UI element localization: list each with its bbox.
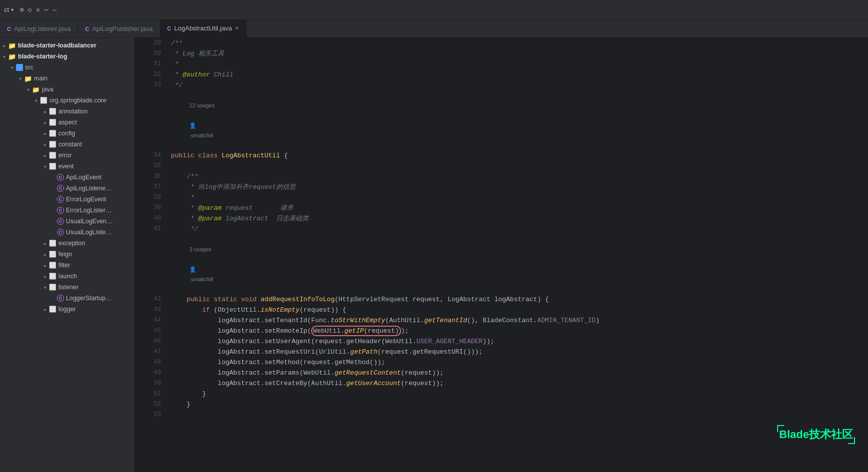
code-line-32: 32 * @author Chill: [135, 69, 868, 80]
sidebar-item-annotation[interactable]: ⬜ annotation: [0, 106, 134, 117]
watermark: Blade技术社区: [779, 427, 853, 442]
class-icon: C: [57, 174, 64, 181]
sidebar-item-UsualLogEvent[interactable]: C UsualLogEven…: [0, 216, 134, 227]
code-line-50: 50 logAbstract.setCreateBy(AuthUtil.getU…: [135, 378, 868, 389]
sidebar: 📁 blade-starter-loadbalancer 📁 blade-sta…: [0, 38, 135, 472]
item-label: filter: [58, 262, 70, 269]
expand-arrow: [41, 131, 49, 136]
main-content: 📁 blade-starter-loadbalancer 📁 blade-sta…: [0, 38, 868, 472]
class-icon: C: [57, 196, 64, 203]
line-number: 43: [135, 305, 167, 315]
code-editor[interactable]: 29 /** 30 * Log 相关工具 31 * 32 * @author C…: [135, 38, 868, 472]
package-icon: ⬜: [49, 130, 56, 137]
tab-api-log-listener[interactable]: C ApiLogListener.java: [0, 20, 78, 37]
top-bar-icons: ⊕ ◇ ✕ ⋯ —: [19, 5, 56, 14]
sidebar-item-error[interactable]: ⬜ error: [0, 150, 134, 161]
line-number: 45: [135, 326, 167, 336]
sidebar-item-org-springblade-core[interactable]: ⬜ org.springblade.core: [0, 95, 134, 106]
sidebar-item-logger[interactable]: ⬜ logger: [0, 304, 134, 315]
line-number: 36: [135, 171, 167, 182]
line-content: /**: [167, 38, 868, 48]
code-line-53: 53: [135, 410, 868, 420]
close-icon[interactable]: ✕: [36, 5, 40, 14]
package-icon: ⬜: [49, 141, 56, 148]
usages-info: 12 usages 👤 smallchill: [167, 90, 868, 150]
code-line-35: 35: [135, 161, 868, 171]
sidebar-item-java[interactable]: 📁 java: [0, 84, 134, 95]
line-number: 34: [135, 150, 167, 161]
item-label: java: [42, 86, 53, 93]
code-table: 29 /** 30 * Log 相关工具 31 * 32 * @author C…: [135, 38, 868, 420]
tab-api-log-publisher[interactable]: C ApiLogPublisher.java: [78, 20, 160, 37]
src-icon: [16, 64, 23, 71]
package-icon: ⬜: [49, 108, 56, 115]
add-icon[interactable]: ⊕: [19, 5, 23, 14]
item-label: event: [58, 163, 74, 170]
sidebar-item-feign[interactable]: ⬜ feign: [0, 249, 134, 260]
item-label: org.springblade.core: [49, 97, 106, 104]
class-icon: C: [57, 218, 64, 225]
bookmark-icon[interactable]: ◇: [28, 5, 32, 14]
sidebar-item-event[interactable]: ⬜ event: [0, 161, 134, 172]
line-number: 39: [135, 203, 167, 213]
line-number: 38: [135, 192, 167, 203]
project-label: ct ▾: [4, 6, 13, 13]
sidebar-item-filter[interactable]: ⬜ filter: [0, 260, 134, 271]
folder-icon: 📁: [24, 75, 32, 82]
sidebar-item-exception[interactable]: ⬜ exception: [0, 238, 134, 249]
sidebar-item-config[interactable]: ⬜ config: [0, 128, 134, 139]
usages-row-2: 3 usages 👤 smallchill: [135, 234, 868, 294]
line-number: 48: [135, 357, 167, 368]
item-label: aspect: [58, 119, 77, 126]
sidebar-item-ErrorLogListener[interactable]: C ErrorLogLister…: [0, 205, 134, 216]
sidebar-item-LoggerStartup[interactable]: C LoggerStartup…: [0, 293, 134, 304]
more-icon[interactable]: ⋯: [44, 5, 48, 14]
package-icon: ⬜: [49, 163, 56, 170]
code-line-29: 29 /**: [135, 38, 868, 48]
watermark-text: Blade技术社区: [779, 428, 853, 441]
item-label: listener: [58, 284, 78, 291]
line-content: logAbstract.setCreateBy(AuthUtil.getUser…: [167, 378, 868, 389]
code-line-47: 47 logAbstract.setRequestUri(UrlUtil.get…: [135, 347, 868, 357]
line-number: [135, 234, 167, 294]
code-line-49: 49 logAbstract.setParams(WebUtil.getRequ…: [135, 368, 868, 378]
item-label: annotation: [58, 108, 87, 115]
sidebar-item-ErrorLogEvent[interactable]: C ErrorLogEvent: [0, 194, 134, 205]
java-icon: C: [167, 25, 171, 31]
minimize-icon[interactable]: —: [52, 6, 56, 14]
code-line-43: 43 if (ObjectUtil.isNotEmpty(request)) {: [135, 305, 868, 315]
item-label: main: [34, 75, 47, 82]
project-chevron: ▾: [11, 7, 13, 12]
line-content: public class LogAbstractUtil {: [167, 150, 868, 161]
line-content: if (ObjectUtil.isNotEmpty(request)) {: [167, 305, 868, 315]
expand-arrow: [32, 98, 40, 103]
line-content: * 向log中添加补齐request的信息: [167, 182, 868, 192]
code-line-34: 34 public class LogAbstractUtil {: [135, 150, 868, 161]
sidebar-item-main[interactable]: 📁 main: [0, 73, 134, 84]
item-label: src: [25, 64, 33, 71]
sidebar-item-UsualLogListener[interactable]: C UsualLogListe…: [0, 227, 134, 238]
sidebar-item-src[interactable]: src: [0, 62, 134, 73]
tab-close-icon[interactable]: ✕: [235, 25, 239, 31]
package-icon: ⬜: [49, 119, 56, 126]
expand-arrow: [41, 285, 49, 290]
line-content: public static void addRequestInfoToLog(H…: [167, 294, 868, 305]
usages-icon: 👤: [189, 122, 196, 128]
sidebar-item-constant[interactable]: ⬜ constant: [0, 139, 134, 150]
code-line-40: 40 * @param logAbstract 日志基础类: [135, 213, 868, 224]
sidebar-item-aspect[interactable]: ⬜ aspect: [0, 117, 134, 128]
tab-log-abstract-util[interactable]: C LogAbstractUtil.java ✕: [160, 20, 247, 37]
sidebar-item-listener[interactable]: ⬜ listener: [0, 282, 134, 293]
tab-label: ApiLogPublisher.java: [92, 25, 152, 32]
sidebar-item-blade-starter-loadbalancer[interactable]: 📁 blade-starter-loadbalancer: [0, 40, 134, 51]
package-icon: ⬜: [49, 284, 56, 291]
sidebar-item-ApiLogListener[interactable]: C ApiLogListene…: [0, 183, 134, 194]
expand-arrow: [41, 164, 49, 169]
sidebar-item-launch[interactable]: ⬜ launch: [0, 271, 134, 282]
usages-author: smallchill: [189, 132, 213, 138]
sidebar-item-blade-starter-log[interactable]: 📁 blade-starter-log: [0, 51, 134, 62]
sidebar-item-ApiLogEvent[interactable]: C ApiLogEvent: [0, 172, 134, 183]
line-number: 31: [135, 59, 167, 69]
line-content: * @author Chill: [167, 69, 868, 80]
line-number: 35: [135, 161, 167, 171]
